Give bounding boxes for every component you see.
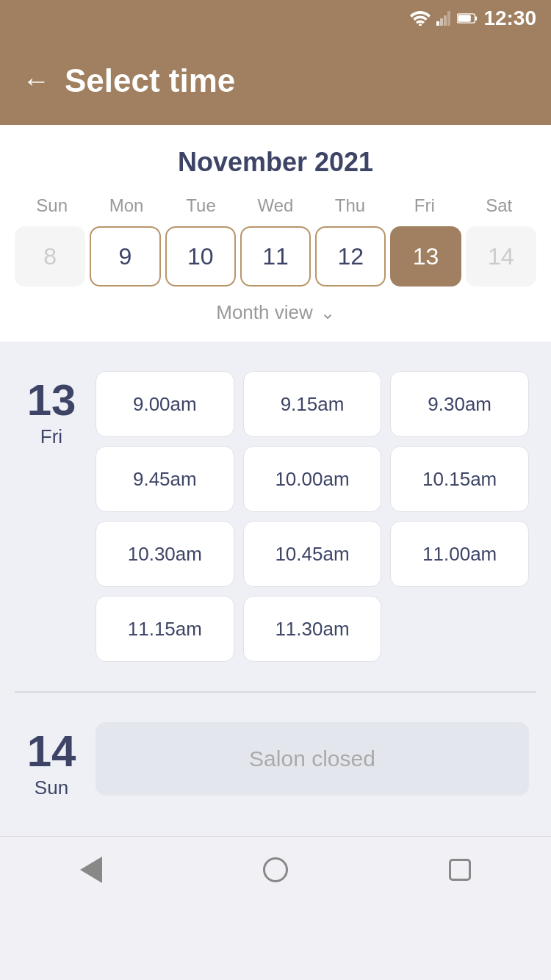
time-slot-1100[interactable]: 11.00am — [390, 521, 529, 587]
month-view-toggle[interactable]: Month view ⌄ — [15, 298, 536, 327]
day-group-14: 14 Sun Salon closed — [22, 707, 529, 814]
chevron-down-icon: ⌄ — [320, 303, 335, 323]
month-year: November 2021 — [15, 147, 536, 178]
time-slot-1030[interactable]: 10.30am — [96, 521, 234, 587]
nav-back-icon[interactable] — [80, 857, 102, 883]
time-slot-1115[interactable]: 11.15am — [96, 596, 234, 662]
wifi-icon — [410, 11, 431, 26]
day-label-14: 14 Sun — [22, 722, 81, 799]
day-11[interactable]: 11 — [240, 226, 311, 287]
back-button[interactable]: ← — [22, 67, 50, 95]
time-slot-945[interactable]: 9.45am — [96, 446, 234, 512]
time-slot-930[interactable]: 9.30am — [390, 371, 529, 437]
day-label-13: 13 Fri — [22, 371, 81, 662]
day-13[interactable]: 13 — [390, 226, 461, 287]
day-num-14: 14 — [27, 729, 76, 774]
weekday-sun: Sun — [15, 195, 89, 216]
month-view-label: Month view — [216, 301, 313, 324]
weekdays-row: Sun Mon Tue Wed Thu Fri Sat — [15, 195, 536, 216]
day-name-13: Fri — [40, 425, 62, 448]
nav-home-icon[interactable] — [263, 857, 288, 882]
time-section-13: 13 Fri 9.00am 9.15am 9.30am 9.45am 10.00… — [0, 342, 551, 691]
time-grid-13: 9.00am 9.15am 9.30am 9.45am 10.00am 10.1… — [96, 371, 529, 662]
bottom-nav — [0, 836, 551, 902]
day-num-13: 13 — [27, 378, 76, 422]
weekday-wed: Wed — [238, 195, 312, 216]
svg-rect-3 — [444, 15, 447, 26]
weekday-tue: Tue — [164, 195, 238, 216]
salon-closed-box: Salon closed — [96, 722, 529, 796]
day-group-13: 13 Fri 9.00am 9.15am 9.30am 9.45am 10.00… — [22, 356, 529, 677]
closed-section-14: 14 Sun Salon closed — [0, 693, 551, 836]
time-slot-1130[interactable]: 11.30am — [243, 596, 382, 662]
status-time: 12:30 — [483, 7, 536, 30]
day-8: 8 — [15, 226, 85, 287]
weekday-thu: Thu — [313, 195, 387, 216]
time-slot-1045[interactable]: 10.45am — [243, 521, 382, 587]
svg-rect-1 — [436, 21, 439, 26]
weekday-mon: Mon — [89, 195, 163, 216]
day-name-14: Sun — [35, 777, 68, 799]
day-14: 14 — [466, 226, 536, 287]
header: ← Select time — [0, 37, 551, 125]
weekday-sat: Sat — [462, 195, 536, 216]
salon-closed-label: Salon closed — [249, 746, 375, 771]
days-row: 8 9 10 11 12 13 14 — [15, 226, 536, 287]
nav-recents-icon[interactable] — [449, 859, 471, 881]
header-title: Select time — [65, 62, 235, 99]
time-slot-915[interactable]: 9.15am — [243, 371, 382, 437]
day-12[interactable]: 12 — [315, 226, 386, 287]
status-bar: 12:30 — [0, 0, 551, 37]
day-9[interactable]: 9 — [90, 226, 160, 287]
svg-rect-7 — [475, 16, 478, 20]
status-icons: 12:30 — [410, 7, 536, 30]
svg-point-0 — [419, 24, 422, 26]
day-10[interactable]: 10 — [165, 226, 236, 287]
time-slot-900[interactable]: 9.00am — [96, 371, 234, 437]
svg-rect-2 — [440, 18, 443, 26]
time-slot-1000[interactable]: 10.00am — [243, 446, 382, 512]
svg-rect-4 — [447, 11, 450, 26]
calendar-section: November 2021 Sun Mon Tue Wed Thu Fri Sa… — [0, 125, 551, 342]
time-slot-1015[interactable]: 10.15am — [390, 446, 529, 512]
signal-icon — [436, 11, 451, 26]
svg-rect-6 — [458, 15, 472, 22]
weekday-fri: Fri — [387, 195, 461, 216]
battery-icon — [457, 12, 478, 24]
